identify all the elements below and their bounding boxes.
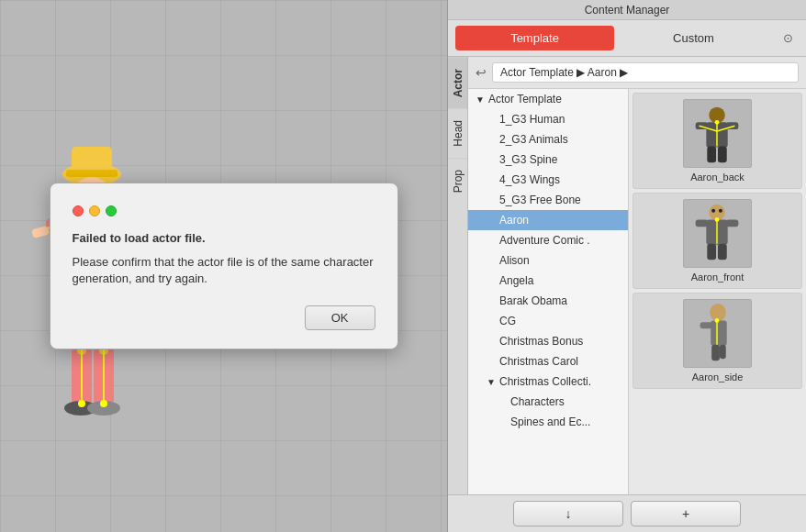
tab-template[interactable]: Template <box>455 26 614 50</box>
tree-item-christmas-bonus[interactable]: Christmas Bonus <box>468 331 628 351</box>
tree-item-aaron[interactable]: Aaron <box>468 210 628 230</box>
svg-rect-46 <box>718 147 727 163</box>
content-manager-panel: Content Manager Template Custom ⊙ Actor … <box>447 0 806 532</box>
tree-item-cg[interactable]: CG <box>468 311 628 331</box>
close-button[interactable] <box>73 205 84 216</box>
tree-item-g3spine[interactable]: 3_G3 Spine <box>468 150 628 170</box>
preview-panel: Aaron_back <box>629 89 806 494</box>
tree-item-angela[interactable]: Angela <box>468 271 628 291</box>
tree-label-g3wings: 4_G3 Wings <box>499 173 560 186</box>
tree-label-g3animals: 2_G3 Animals <box>499 133 568 146</box>
svg-point-54 <box>719 209 722 213</box>
side-tab-prop[interactable]: Prop <box>448 158 467 204</box>
traffic-lights <box>73 205 117 216</box>
add-button[interactable]: + <box>631 501 741 526</box>
ok-button[interactable]: OK <box>305 305 375 330</box>
svg-point-61 <box>715 217 720 222</box>
tree-item-g3human[interactable]: 1_G3 Human <box>468 109 628 129</box>
tree-label-christmas-carol: Christmas Carol <box>499 355 578 368</box>
download-button[interactable]: ↓ <box>513 501 623 526</box>
preview-aaron-back[interactable]: Aaron_back <box>632 93 802 189</box>
content-manager-body: Actor Head Prop ↩ Actor Template ▶ Aaron… <box>448 57 806 494</box>
tree-label-root: Actor Template <box>488 93 562 105</box>
content-split: ▼ Actor Template 1_G3 Human 2_G3 Animals… <box>468 89 806 494</box>
back-button[interactable]: ↩ <box>476 65 487 80</box>
tree-label-characters: Characters <box>510 395 565 408</box>
minimize-button[interactable] <box>89 205 100 216</box>
tree-panel: ▼ Actor Template 1_G3 Human 2_G3 Animals… <box>468 89 629 494</box>
svg-rect-66 <box>711 345 720 361</box>
preview-aaron-side[interactable]: Aaron_side <box>632 293 802 389</box>
tree-item-obama[interactable]: Barak Obama <box>468 291 628 311</box>
tree-arrow-root: ▼ <box>476 94 485 105</box>
tree-label-obama: Barak Obama <box>499 294 567 307</box>
dialog-overlay: Failed to load actor file. Please confir… <box>0 0 447 532</box>
svg-rect-65 <box>700 322 713 328</box>
tree-item-alison[interactable]: Alison <box>468 250 628 271</box>
tree-item-christmas-carol[interactable]: Christmas Carol <box>468 351 628 371</box>
tree-item-g3wings[interactable]: 4_G3 Wings <box>468 170 628 190</box>
svg-rect-57 <box>726 219 739 227</box>
preview-label-aaron-side: Aaron_side <box>692 371 744 382</box>
tree-item-spines[interactable]: Spines and Ec... <box>468 412 628 432</box>
tree-item-g3freebone[interactable]: 5_G3 Free Bone <box>468 190 628 210</box>
maximize-button[interactable] <box>106 205 117 216</box>
side-tabs: Actor Head Prop <box>448 57 468 494</box>
content-main: ↩ Actor Template ▶ Aaron ▶ ▼ Actor Templ… <box>468 57 806 494</box>
preview-thumb-aaron-side <box>683 299 752 368</box>
svg-point-53 <box>711 209 715 213</box>
tree-label-g3spine: 3_G3 Spine <box>499 153 557 166</box>
tree-label-g3human: 1_G3 Human <box>499 113 565 126</box>
error-dialog: Failed to load actor file. Please confir… <box>50 183 398 349</box>
dialog-message2: Please confirm that the actor file is of… <box>73 254 375 287</box>
tree-label-aaron: Aaron <box>499 214 529 227</box>
preview-label-aaron-front: Aaron_front <box>691 272 744 283</box>
svg-rect-45 <box>707 147 716 163</box>
preview-thumb-aaron-back <box>683 99 752 168</box>
tree-item-christmas-collecti[interactable]: ▼ Christmas Collecti. <box>468 371 628 392</box>
content-manager-footer: ↓ + <box>448 494 806 532</box>
side-tab-actor[interactable]: Actor <box>448 57 467 108</box>
svg-rect-56 <box>696 219 709 227</box>
tree-label-christmas-bonus: Christmas Bonus <box>499 335 583 348</box>
content-manager-title: Content Manager <box>585 4 670 17</box>
preview-aaron-front[interactable]: Aaron_front <box>632 193 802 289</box>
tree-item-g3animals[interactable]: 2_G3 Animals <box>468 129 628 150</box>
content-manager-header: Content Manager <box>448 0 806 20</box>
breadcrumb-path: Actor Template ▶ Aaron ▶ <box>492 62 799 83</box>
tabs-bar: Template Custom ⊙ <box>448 20 806 57</box>
tab-custom[interactable]: Custom <box>614 26 773 50</box>
svg-rect-64 <box>711 320 727 345</box>
side-tab-head[interactable]: Head <box>448 108 467 158</box>
dialog-buttons: OK <box>73 305 375 330</box>
svg-point-50 <box>715 120 720 125</box>
tree-item-characters[interactable]: Characters <box>468 392 628 412</box>
svg-rect-59 <box>718 244 727 260</box>
tree-item-root[interactable]: ▼ Actor Template <box>468 89 628 109</box>
tree-item-adventure[interactable]: Adventure Comic . <box>468 230 628 250</box>
tree-label-adventure: Adventure Comic . <box>499 234 590 247</box>
tree-label-spines: Spines and Ec... <box>510 416 590 428</box>
tree-label-g3freebone: 5_G3 Free Bone <box>499 194 581 206</box>
svg-point-69 <box>715 318 720 323</box>
dialog-titlebar <box>73 205 375 216</box>
tree-label-angela: Angela <box>499 274 533 287</box>
breadcrumb-bar: ↩ Actor Template ▶ Aaron ▶ <box>468 57 806 89</box>
expand-icon[interactable]: ⊙ <box>777 28 799 50</box>
dialog-message1: Failed to load actor file. <box>73 231 375 245</box>
tree-label-cg: CG <box>499 315 516 327</box>
dialog-content: Failed to load actor file. Please confir… <box>73 231 375 287</box>
tree-label-alison: Alison <box>499 254 530 267</box>
svg-rect-58 <box>707 244 716 260</box>
svg-rect-67 <box>720 345 726 360</box>
tree-arrow-christmas-collecti: ▼ <box>487 377 496 387</box>
tree-label-christmas-collecti: Christmas Collecti. <box>499 375 591 388</box>
preview-label-aaron-back: Aaron_back <box>690 172 744 183</box>
preview-thumb-aaron-front <box>683 199 752 268</box>
viewport-panel: Failed to load actor file. Please confir… <box>0 0 447 532</box>
